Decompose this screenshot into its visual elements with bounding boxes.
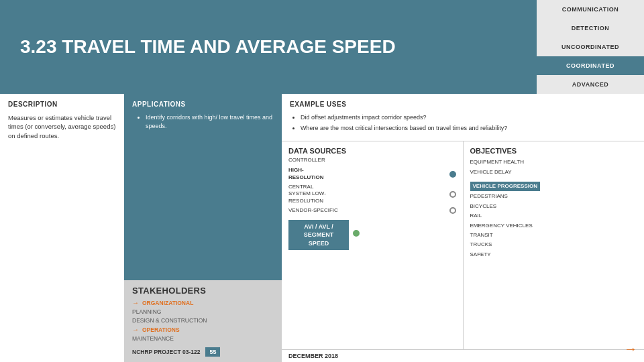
objectives-list: EQUIPMENT HEALTHVEHICLE DELAYVEHICLE PRO… [470,159,638,258]
applications-top: APPLICATIONS Identify corridors with hig… [124,94,282,139]
example-column: EXAMPLE USES Did offset adjustments impa… [282,94,644,362]
columns-layout: DESCRIPTION Measures or estimates vehicl… [0,94,644,362]
classification-panel: COMMUNICATION DETECTION UNCOORDINATED CO… [537,0,644,94]
stakeholder-item: →ORGANIZATIONAL [132,299,274,306]
data-obj-row: DATA SOURCES CONTROLLER HIGH-RESOLUTION … [282,141,644,349]
objective-item: EQUIPMENT HEALTH [470,159,638,166]
stakeholder-item: MAINTENANCE [132,335,274,342]
page-title: 3.23 TRAVEL TIME AND AVERAGE SPEED [20,36,396,58]
ds-dot-avi [353,230,360,237]
description-body: Measures or estimates vehicle travel tim… [8,113,116,140]
ds-item-vendor: VENDOR-SPECIFIC [288,207,456,214]
stakeholder-item: →OPERATIONS [132,326,274,333]
title-text: TRAVEL TIME AND AVERAGE SPEED [62,36,395,57]
objective-item: VEHICLE DELAY [470,169,638,176]
main-content: DESCRIPTION Measures or estimates vehicl… [0,94,644,362]
objectives-header: OBJECTIVES [470,147,638,155]
objective-item: SAFETY [470,251,638,258]
objective-item: VEHICLE PROGRESSION [470,182,540,191]
ds-item-high-res: HIGH-RESOLUTION [288,167,456,181]
objective-item: TRANSIT [470,232,638,239]
nchrp-row: NCHRP PROJECT 03-122 55 [132,347,274,357]
example-header: EXAMPLE USES [290,101,636,108]
stakeholders-title-row: STAKEHOLDERS [132,286,274,296]
example-list: Did offset adjustments impact corridor s… [290,113,636,132]
example-item-0: Did offset adjustments impact corridor s… [301,113,636,122]
class-btn-communication[interactable]: COMMUNICATION [537,0,644,19]
objective-item: TRUCKS [470,241,638,248]
objective-item: PEDESTRIANS [470,193,638,200]
stakeholders-header: STAKEHOLDERS [132,286,206,296]
objectives-column: OBJECTIVES EQUIPMENT HEALTHVEHICLE DELAY… [464,141,645,349]
avi-row: AVI / AVL / SEGMENT SPEED [288,217,456,251]
class-btn-advanced[interactable]: ADVANCED [537,75,644,94]
class-btn-coordinated[interactable]: COORDINATED [537,56,644,75]
app-item-0: Identify corridors with high/ low travel… [146,113,274,130]
stakeholder-item: DESIGN & CONSTRUCTION [132,317,274,324]
example-item-1: Where are the most critical intersection… [301,124,636,133]
applications-column: APPLICATIONS Identify corridors with hig… [124,94,282,362]
objective-item: RAIL [470,213,638,219]
description-column: DESCRIPTION Measures or estimates vehicl… [0,94,124,362]
objective-item: EMERGENCY VEHICLES [470,223,638,229]
title-number: 3.23 [20,36,57,57]
data-sources-column: DATA SOURCES CONTROLLER HIGH-RESOLUTION … [282,141,464,349]
ds-item-central: CENTRALSYSTEM LOW-RESOLUTION [288,184,456,204]
ds-dot-vendor [449,207,456,214]
data-sources-header: DATA SOURCES CONTROLLER [288,147,456,163]
ds-dot-central [449,191,456,198]
objective-item: BICYCLES [470,203,638,210]
nav-arrow[interactable]: → [624,341,637,357]
nchrp-badge: 55 [205,347,220,357]
example-top: EXAMPLE USES Did offset adjustments impa… [282,94,644,141]
stakeholder-item: PLANNING [132,308,274,315]
date-row: DECEMBER 2018 [282,349,644,362]
class-btn-uncoordinated[interactable]: UNCOORDINATED [537,38,644,56]
avi-box: AVI / AVL / SEGMENT SPEED [288,220,349,251]
applications-list: Identify corridors with high/ low travel… [132,113,274,130]
date-label: DECEMBER 2018 [288,353,338,359]
stakeholders-list: →ORGANIZATIONALPLANNINGDESIGN & CONSTRUC… [132,299,274,342]
title-area: 3.23 TRAVEL TIME AND AVERAGE SPEED [0,0,537,94]
class-btn-detection[interactable]: DETECTION [537,19,644,38]
description-header: DESCRIPTION [8,101,116,108]
ds-dot-high-res [449,171,456,178]
nchrp-label: NCHRP PROJECT 03-122 [132,349,200,355]
stakeholders-section: STAKEHOLDERS →ORGANIZATIONALPLANNINGDESI… [124,280,282,362]
applications-header: APPLICATIONS [132,101,274,108]
